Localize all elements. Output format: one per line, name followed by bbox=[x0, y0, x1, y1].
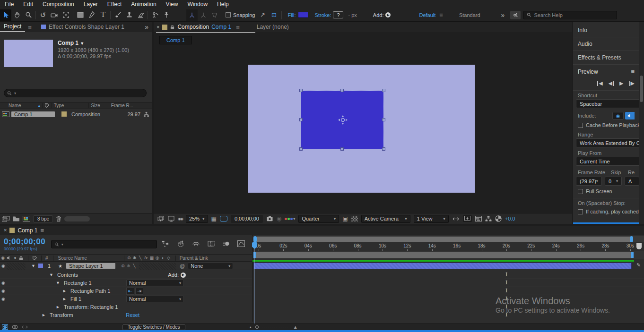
label-column-icon[interactable] bbox=[44, 103, 50, 108]
roto-brush-tool-icon[interactable] bbox=[149, 9, 161, 21]
type-tool-icon[interactable]: T bbox=[97, 9, 109, 21]
graph-editor-icon[interactable] bbox=[237, 240, 245, 247]
pan-behind-tool-icon[interactable] bbox=[60, 9, 71, 21]
fill1-label[interactable]: Fill 1 bbox=[70, 296, 81, 302]
previous-frame-button[interactable]: ◀ bbox=[609, 80, 614, 86]
cache-before-playback-box[interactable] bbox=[578, 123, 583, 128]
shape-rectangle[interactable] bbox=[301, 91, 383, 149]
row-rectangle1[interactable]: ◉ ▼ Rectangle 1 Normal ▾ bbox=[0, 279, 252, 287]
selection-handle[interactable] bbox=[299, 118, 303, 121]
rectangle1-label[interactable]: Rectangle 1 bbox=[64, 280, 92, 286]
workspace-default-tab[interactable]: Default bbox=[419, 12, 435, 18]
selection-handle[interactable] bbox=[340, 147, 344, 151]
rotate-tool-icon[interactable]: ↺ bbox=[37, 9, 49, 21]
solo-column-icon[interactable]: ● bbox=[12, 255, 18, 260]
brush-tool-icon[interactable] bbox=[112, 9, 123, 21]
label-column-icon[interactable] bbox=[32, 255, 37, 261]
new-composition-icon[interactable] bbox=[23, 216, 30, 221]
contents-expand-icon[interactable]: ▼ bbox=[49, 272, 53, 277]
menu-edit[interactable]: Edit bbox=[18, 1, 38, 8]
tab-composition-label[interactable]: Composition bbox=[177, 24, 209, 30]
layer-name[interactable]: Shape Layer 1 bbox=[66, 263, 115, 269]
motion-blur-switch-icon[interactable]: ◎ bbox=[155, 255, 160, 260]
current-time-display[interactable]: 0;00;00;00 00000 (29.97 fps) bbox=[4, 237, 45, 251]
fill-color-swatch[interactable] bbox=[298, 12, 308, 18]
menu-composition[interactable]: Composition bbox=[38, 1, 79, 8]
show-channels-icon[interactable]: ▾ bbox=[285, 217, 295, 221]
eraser-tool-icon[interactable] bbox=[135, 9, 146, 21]
transfer-controls-icon[interactable] bbox=[12, 324, 18, 330]
play-from-dropdown[interactable]: Current Time bbox=[576, 157, 639, 166]
region-icon[interactable]: ▣ bbox=[342, 215, 348, 222]
primary-viewer-icon[interactable] bbox=[168, 216, 174, 222]
local-axis-mode-icon[interactable] bbox=[186, 9, 198, 21]
transparency-grid-icon[interactable] bbox=[351, 216, 358, 221]
menu-file[interactable]: File bbox=[0, 1, 18, 8]
viewer-comp-subtab[interactable]: Comp 1 bbox=[159, 36, 192, 44]
shape-tool-icon[interactable] bbox=[75, 9, 86, 21]
layer-expand-icon[interactable]: ▼ bbox=[31, 264, 35, 268]
navigator-start-handle[interactable] bbox=[253, 236, 257, 242]
view-axis-mode-icon[interactable] bbox=[209, 9, 220, 21]
transform-label[interactable]: Transform bbox=[50, 312, 73, 318]
preview-resolution-dropdown[interactable]: A bbox=[625, 177, 639, 186]
anchor-point-icon[interactable] bbox=[338, 115, 348, 125]
shy-layers-icon[interactable] bbox=[192, 240, 200, 247]
flowchart-button-icon[interactable] bbox=[485, 216, 492, 221]
sidebar-scrollbar-thumb[interactable] bbox=[640, 76, 643, 102]
column-name[interactable]: Name bbox=[9, 103, 21, 108]
layer-collapse-switch[interactable]: ✱ bbox=[126, 264, 131, 268]
if-caching-checkbox[interactable]: If caching, play cached bbox=[573, 207, 639, 216]
grid-guides-icon[interactable]: ▦ bbox=[211, 215, 217, 222]
project-search-input[interactable] bbox=[18, 90, 143, 96]
snap-options-icon[interactable]: ↗ bbox=[257, 9, 269, 21]
source-name-column-header[interactable]: Source Name bbox=[58, 255, 87, 261]
fill1-blend-mode[interactable]: Normal ▾ bbox=[126, 296, 184, 302]
camera-dropdown[interactable]: Active Camera▾ bbox=[361, 215, 410, 223]
row-rectangle-path1[interactable]: ◉ ► Rectangle Path 1 ⇤ ⇥ bbox=[0, 287, 252, 295]
expand-layer-switches-icon[interactable] bbox=[2, 324, 8, 330]
preview-panel-menu-icon[interactable]: ≡ bbox=[631, 68, 635, 75]
selection-handle[interactable] bbox=[382, 118, 385, 121]
menu-help[interactable]: Help bbox=[212, 1, 234, 8]
workspace-overflow-icon[interactable]: » bbox=[501, 12, 505, 18]
region-of-interest-icon[interactable] bbox=[220, 216, 227, 221]
if-caching-box[interactable] bbox=[578, 209, 583, 214]
lock-icon[interactable] bbox=[170, 25, 174, 30]
selection-tool-icon[interactable] bbox=[0, 9, 11, 21]
shy-switch-icon[interactable]: ⊕ bbox=[126, 255, 132, 260]
exposure-value[interactable]: +0.0 bbox=[505, 216, 515, 221]
project-row-name[interactable]: Comp 1 bbox=[11, 111, 55, 117]
pen-tool-icon[interactable] bbox=[86, 9, 97, 21]
layer-quality-switch[interactable]: ╲ bbox=[131, 264, 137, 268]
menu-view[interactable]: View bbox=[161, 1, 183, 8]
full-screen-checkbox[interactable]: Full Screen bbox=[573, 187, 639, 196]
selection-handle[interactable] bbox=[382, 89, 385, 92]
sidebar-scrollbar[interactable] bbox=[639, 22, 644, 224]
timeline-timecode[interactable]: 0;00;00;00 bbox=[4, 237, 45, 247]
skip-dropdown[interactable]: 0▾ bbox=[605, 177, 622, 186]
video-column-icon[interactable]: ◉ bbox=[0, 255, 6, 260]
adjustment-switch-icon[interactable]: ◐ bbox=[160, 255, 166, 260]
quality-switch-icon[interactable]: ╲ bbox=[138, 255, 143, 260]
interpret-footage-icon[interactable] bbox=[2, 216, 10, 222]
viewer-panel-menu-icon[interactable]: ≡ bbox=[236, 24, 240, 30]
selection-handle[interactable] bbox=[299, 147, 303, 151]
help-search[interactable] bbox=[523, 11, 617, 19]
row-transform-rectangle1[interactable]: ► Transform: Rectangle 1 bbox=[0, 303, 252, 311]
layer-row[interactable]: ◉ ▼ 1 ★ Shape Layer 1 ⊕ ✱ ╲ @ None ▾ bbox=[0, 262, 252, 270]
menu-animation[interactable]: Animation bbox=[126, 1, 161, 8]
snapping-checkbox-box[interactable] bbox=[226, 12, 231, 17]
frame-blending-icon[interactable] bbox=[208, 240, 215, 247]
path-forward-icon[interactable]: ⇥ bbox=[135, 288, 143, 295]
contents-label[interactable]: Contents bbox=[57, 272, 78, 278]
parent-link-column-header[interactable]: Parent & Link bbox=[180, 255, 208, 261]
rectangle1-blend-mode[interactable]: Normal ▾ bbox=[126, 280, 184, 286]
shortcut-dropdown[interactable]: Spacebar bbox=[576, 99, 639, 108]
toggle-switches-modes-button[interactable]: Toggle Switches / Modes bbox=[122, 324, 185, 330]
zoom-slider-knob[interactable] bbox=[255, 325, 259, 329]
viewer-timecode[interactable]: 0;00;00;00 bbox=[231, 215, 263, 223]
rectangle-path1-expand-icon[interactable]: ► bbox=[62, 289, 67, 293]
frame-rate-dropdown[interactable]: (29.97)▾ bbox=[576, 177, 602, 186]
parent-dropdown[interactable]: None ▾ bbox=[188, 263, 233, 269]
